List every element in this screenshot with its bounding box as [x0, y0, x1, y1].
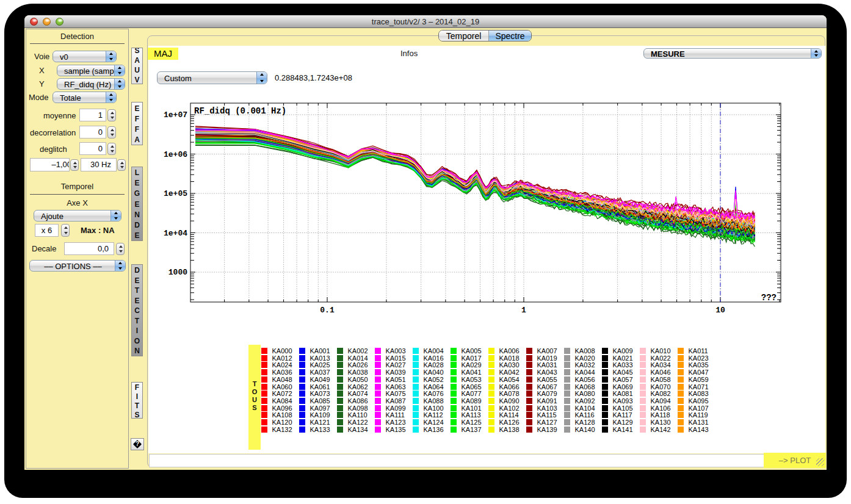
- svg-text:1000: 1000: [168, 268, 187, 277]
- svg-text:10: 10: [715, 306, 725, 315]
- svg-text:1e+07: 1e+07: [164, 110, 187, 120]
- svg-text:???: ???: [761, 293, 777, 303]
- svg-text:1e+04: 1e+04: [164, 229, 187, 238]
- svg-text:1e+06: 1e+06: [164, 150, 187, 159]
- svg-text:RF_didq (0.001 Hz): RF_didq (0.001 Hz): [194, 106, 286, 116]
- svg-text:1e+05: 1e+05: [164, 189, 187, 198]
- svg-text:1: 1: [521, 306, 526, 315]
- svg-text:0.1: 0.1: [320, 306, 335, 315]
